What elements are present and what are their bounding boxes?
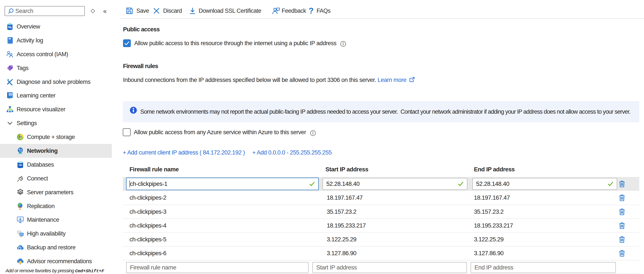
svg-text:101: 101 <box>9 94 12 96</box>
svg-text:My: My <box>8 26 12 29</box>
svg-text:DB: DB <box>18 164 22 166</box>
svg-text:$: $ <box>20 136 21 139</box>
